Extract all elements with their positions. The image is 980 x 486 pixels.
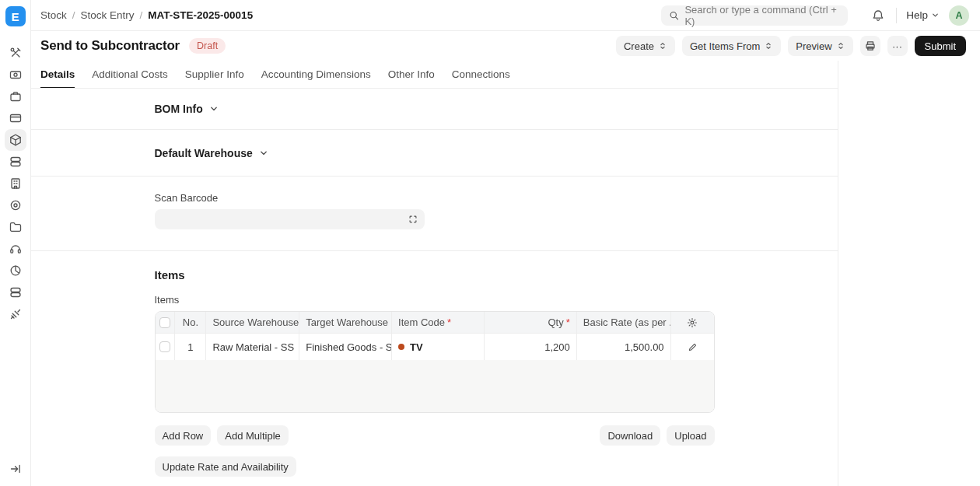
- sidebar-item-quality[interactable]: [5, 194, 26, 216]
- pencil-icon: [688, 342, 698, 352]
- bell-icon: [871, 9, 885, 23]
- breadcrumb-separator: /: [140, 9, 143, 21]
- tools-icon: [9, 46, 23, 60]
- pie-chart-icon: [9, 264, 23, 278]
- ellipsis-icon: ···: [892, 40, 902, 52]
- tab-connections[interactable]: Connections: [452, 61, 510, 88]
- add-row-button[interactable]: Add Row: [155, 425, 212, 446]
- items-field-label: Items: [155, 294, 715, 306]
- edit-row-button[interactable]: [688, 342, 698, 352]
- cell-item-code[interactable]: TV: [392, 334, 485, 360]
- tab-accounting-dimensions[interactable]: Accounting Dimensions: [261, 61, 371, 88]
- update-rate-availability-button[interactable]: Update Rate and Availability: [155, 456, 296, 477]
- sidebar-item-manufacturing[interactable]: [5, 151, 26, 173]
- item-status-dot: [398, 344, 404, 350]
- folder-icon: [9, 220, 23, 234]
- sidebar-expand-toggle[interactable]: [5, 458, 26, 480]
- tab-additional-costs[interactable]: Additional Costs: [92, 61, 168, 88]
- stack-icon: [9, 285, 23, 299]
- items-grid-row[interactable]: 1 Raw Material - SS Finished Goods - SS …: [156, 333, 714, 360]
- select-arrows-icon: [658, 41, 667, 51]
- row-checkbox[interactable]: [159, 341, 170, 352]
- cell-source-warehouse[interactable]: Raw Material - SS: [206, 334, 299, 360]
- section-scan-barcode: Scan Barcode: [31, 177, 838, 251]
- scan-barcode-input[interactable]: [155, 209, 425, 229]
- sidebar-item-integrations[interactable]: [5, 303, 26, 325]
- erpnext-logo[interactable]: E: [5, 6, 26, 26]
- submit-button[interactable]: Submit: [915, 36, 966, 56]
- search-placeholder: Search or type a command (Ctrl + K): [684, 4, 840, 27]
- bom-info-toggle[interactable]: BOM Info: [155, 89, 715, 129]
- sidebar-item-accounting[interactable]: [5, 64, 26, 86]
- get-items-from-label: Get Items From: [690, 40, 760, 52]
- default-warehouse-title: Default Warehouse: [155, 147, 253, 159]
- upload-button[interactable]: Upload: [667, 425, 714, 446]
- right-panel-space: [838, 61, 980, 486]
- headset-icon: [9, 242, 23, 256]
- badge-icon: [9, 198, 23, 212]
- grid-settings-button[interactable]: [687, 317, 698, 328]
- form-tabs: Details Additional Costs Supplier Info A…: [31, 61, 838, 89]
- bom-info-title: BOM Info: [155, 103, 203, 115]
- col-header-source-warehouse: Source Warehouse: [206, 312, 299, 333]
- breadcrumb: Stock / Stock Entry / MAT-STE-2025-00015: [40, 9, 253, 21]
- sidebar-item-buying[interactable]: [5, 86, 26, 107]
- required-mark: *: [566, 316, 570, 328]
- get-items-from-button[interactable]: Get Items From: [682, 36, 781, 56]
- help-label: Help: [906, 9, 928, 21]
- preview-label: Preview: [796, 40, 831, 52]
- chevron-down-icon: [209, 104, 219, 114]
- col-header-item-code: Item Code*: [392, 312, 485, 333]
- col-header-basic-rate: Basic Rate (as per ...: [577, 312, 671, 333]
- global-search[interactable]: Search or type a command (Ctrl + K): [661, 5, 848, 26]
- sidebar-item-analytics[interactable]: [5, 260, 26, 281]
- items-grid-header: No. Source Warehouse Target Warehouse It…: [156, 312, 714, 333]
- select-arrows-icon: [836, 41, 845, 51]
- navbar: Stock / Stock Entry / MAT-STE-2025-00015…: [31, 0, 980, 31]
- download-button[interactable]: Download: [600, 425, 660, 446]
- add-multiple-button[interactable]: Add Multiple: [217, 425, 289, 446]
- sidebar-item-tools[interactable]: [5, 42, 26, 64]
- barcode-scan-icon[interactable]: [408, 214, 418, 225]
- more-menu-button[interactable]: ···: [887, 36, 908, 56]
- tab-other-info[interactable]: Other Info: [388, 61, 435, 88]
- sidebar-item-projects[interactable]: [5, 216, 26, 238]
- select-all-checkbox[interactable]: [159, 317, 170, 328]
- print-button[interactable]: [860, 36, 880, 56]
- arrow-bar-right-icon: [9, 463, 22, 475]
- items-section-heading: Items: [155, 268, 715, 281]
- required-mark: *: [447, 316, 451, 328]
- preview-button[interactable]: Preview: [788, 36, 852, 56]
- sidebar-item-assets[interactable]: [5, 281, 26, 303]
- col-header-target-warehouse: Target Warehouse: [299, 312, 392, 333]
- breadcrumb-stock[interactable]: Stock: [40, 9, 67, 21]
- user-avatar[interactable]: A: [949, 5, 969, 26]
- page-title: Send to Subcontractor: [40, 38, 180, 54]
- cell-basic-rate[interactable]: 1,500.00: [577, 334, 671, 360]
- cell-qty[interactable]: 1,200: [485, 334, 577, 360]
- sidebar-item-hr[interactable]: [5, 173, 26, 194]
- form-area: Details Additional Costs Supplier Info A…: [31, 61, 838, 486]
- default-warehouse-toggle[interactable]: Default Warehouse: [155, 130, 715, 176]
- col-header-qty: Qty*: [485, 312, 577, 333]
- gear-icon: [687, 317, 698, 328]
- breadcrumb-stock-entry[interactable]: Stock Entry: [81, 9, 135, 21]
- help-menu[interactable]: Help: [906, 9, 940, 21]
- tab-details[interactable]: Details: [40, 61, 75, 88]
- sidebar-item-selling[interactable]: [5, 107, 26, 129]
- notifications-button[interactable]: [868, 5, 888, 26]
- create-button[interactable]: Create: [616, 36, 675, 56]
- sidebar-item-support[interactable]: [5, 238, 26, 260]
- cell-target-warehouse[interactable]: Finished Goods - SS: [299, 334, 392, 360]
- money-icon: [9, 68, 23, 82]
- tab-supplier-info[interactable]: Supplier Info: [185, 61, 244, 88]
- breadcrumb-current-doc[interactable]: MAT-STE-2025-00015: [148, 9, 253, 21]
- briefcase-icon: [9, 89, 23, 103]
- card-icon: [9, 111, 23, 125]
- sidebar-item-stock[interactable]: [5, 129, 26, 151]
- grid-empty-area: [156, 360, 714, 412]
- scan-barcode-label: Scan Barcode: [155, 192, 715, 204]
- package-icon: [9, 133, 23, 147]
- main-area: Stock / Stock Entry / MAT-STE-2025-00015…: [31, 0, 980, 486]
- items-grid: No. Source Warehouse Target Warehouse It…: [155, 311, 715, 413]
